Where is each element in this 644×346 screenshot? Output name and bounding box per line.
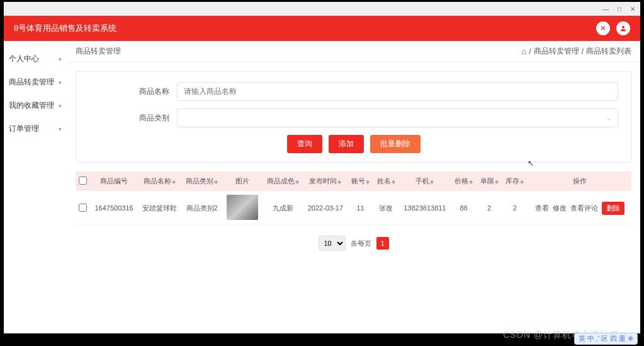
- home-icon[interactable]: ⌂: [521, 47, 526, 56]
- col-pubtime[interactable]: 发布时间◆: [303, 171, 348, 191]
- col-phone[interactable]: 手机◆: [398, 171, 451, 191]
- page-title: 商品转卖管理: [76, 46, 121, 57]
- per-page-label: 条每页: [351, 239, 371, 248]
- sidebar: 个人中心 ▾ 商品转卖管理 ▾ 我的收藏管理 ▾ 订单管理 ▾: [4, 41, 67, 333]
- col-price[interactable]: 价格◆: [451, 171, 477, 191]
- svg-point-0: [622, 26, 624, 28]
- table-row: 1647500316 安踏篮球鞋 商品类别2 九成新 2022-03-17 11…: [76, 191, 631, 226]
- sidebar-item-label: 个人中心: [9, 54, 39, 64]
- chevron-down-icon: ▾: [59, 126, 62, 132]
- window-close-button[interactable]: ✕: [630, 6, 635, 13]
- col-name[interactable]: 商品名称◆: [138, 171, 181, 191]
- cell-limit: 2: [477, 191, 502, 226]
- cell-stock: 2: [502, 191, 528, 226]
- product-name-input[interactable]: [177, 82, 618, 101]
- col-stock[interactable]: 库存◆: [502, 171, 528, 191]
- chevron-down-icon: ▾: [59, 103, 62, 109]
- select-all-checkbox[interactable]: [79, 176, 87, 185]
- col-color[interactable]: 商品成色◆: [263, 171, 303, 191]
- cell-ops: 查看 修改 查看评论 删除: [528, 191, 631, 226]
- user-avatar-icon[interactable]: [616, 21, 630, 35]
- col-cat[interactable]: 商品类别◆: [181, 171, 222, 191]
- col-ops: 操作: [528, 171, 631, 191]
- col-uname[interactable]: 姓名◆: [373, 171, 399, 191]
- table-header-row: 商品编号 商品名称◆ 商品类别◆ 图片 商品成色◆ 发布时间◆ 账号◆ 姓名◆ …: [76, 171, 631, 191]
- cell-img: [222, 191, 263, 226]
- col-id[interactable]: 商品编号: [90, 171, 138, 191]
- page-size-select[interactable]: 10: [319, 236, 346, 251]
- edit-link[interactable]: 修改: [553, 204, 567, 213]
- sidebar-item-orders[interactable]: 订单管理 ▾: [4, 117, 67, 141]
- sidebar-item-personal[interactable]: 个人中心 ▾: [4, 47, 67, 71]
- breadcrumb-part: 商品转卖列表: [586, 46, 631, 57]
- cell-acct: 11: [347, 191, 373, 226]
- category-select[interactable]: ⌄: [177, 108, 618, 127]
- col-img: 图片: [222, 171, 263, 191]
- sidebar-item-favorites[interactable]: 我的收藏管理 ▾: [4, 94, 67, 117]
- product-thumbnail[interactable]: [227, 195, 258, 220]
- ime-toolbar[interactable]: 英 中 ,' 区 四 重 ❄: [574, 333, 638, 345]
- breadcrumb-part[interactable]: 商品转卖管理: [534, 46, 579, 57]
- delete-button[interactable]: 删除: [602, 202, 624, 215]
- breadcrumb: 商品转卖管理 ⌂ / 商品转卖管理 / 商品转卖列表: [67, 41, 640, 62]
- sidebar-item-label: 商品转卖管理: [9, 77, 54, 88]
- view-link[interactable]: 查看: [535, 204, 549, 213]
- chevron-down-icon: ▾: [59, 56, 62, 62]
- chevron-down-icon: ▾: [59, 79, 62, 86]
- cell-id: 1647500316: [90, 191, 138, 226]
- pagination: 10 条每页 1: [67, 226, 640, 261]
- col-acct[interactable]: 账号◆: [347, 171, 373, 191]
- cell-price: 88: [451, 191, 477, 226]
- comments-link[interactable]: 查看评论: [570, 204, 598, 213]
- window-min-button[interactable]: —: [602, 6, 609, 13]
- query-button[interactable]: 查询: [287, 135, 322, 153]
- app-header: 8号体育用品销售及转卖系统 ✕: [4, 16, 640, 41]
- sidebar-item-label: 订单管理: [9, 124, 39, 134]
- sidebar-item-resale[interactable]: 商品转卖管理 ▾: [4, 71, 67, 94]
- close-circle-icon[interactable]: ✕: [596, 21, 610, 35]
- add-button[interactable]: 添加: [329, 135, 364, 153]
- bulk-delete-button[interactable]: 批量删除: [370, 135, 421, 153]
- sidebar-item-label: 我的收藏管理: [9, 100, 54, 111]
- col-limit[interactable]: 单限◆: [477, 171, 502, 191]
- cell-cat: 商品类别2: [181, 191, 222, 226]
- window-max-button[interactable]: □: [618, 6, 621, 13]
- cell-pubtime: 2022-03-17: [303, 191, 348, 226]
- category-label: 商品类别: [89, 113, 177, 124]
- app-title: 8号体育用品销售及转卖系统: [14, 23, 116, 34]
- cell-uname: 张改: [373, 191, 399, 226]
- current-page[interactable]: 1: [376, 237, 389, 250]
- cell-name: 安踏篮球鞋: [138, 191, 181, 226]
- row-checkbox[interactable]: [79, 204, 87, 212]
- name-label: 商品名称: [89, 86, 177, 97]
- cell-color: 九成新: [263, 191, 303, 226]
- cell-phone: 13823813811: [398, 191, 451, 226]
- chevron-down-icon: ⌄: [606, 115, 611, 122]
- search-panel: 商品名称 商品类别 ⌄ 查询 添加 批量删除: [76, 71, 631, 163]
- data-table: 商品编号 商品名称◆ 商品类别◆ 图片 商品成色◆ 发布时间◆ 账号◆ 姓名◆ …: [76, 171, 631, 226]
- window-titlebar: — □ ✕: [4, 2, 640, 16]
